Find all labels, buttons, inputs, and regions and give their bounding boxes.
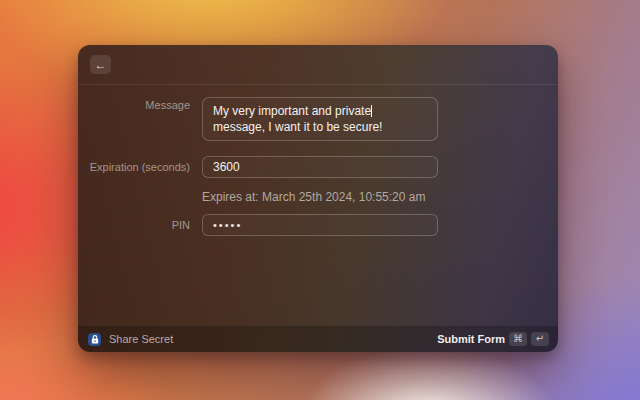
expires-at-row: Expires at: March 25th 2024, 10:55:20 am xyxy=(78,190,558,204)
message-text-after-caret: message, I want it to be secure! xyxy=(213,120,382,134)
message-row: Message My very important and private me… xyxy=(78,97,558,141)
lock-glyph xyxy=(91,335,99,344)
submit-form-label: Submit Form xyxy=(437,333,505,345)
expiration-label: Expiration (seconds) xyxy=(78,156,190,178)
message-label: Message xyxy=(78,97,190,113)
expires-at-text: Expires at: March 25th 2024, 10:55:20 am xyxy=(202,190,438,204)
text-caret xyxy=(371,105,372,117)
return-key-icon: ↵ xyxy=(531,332,549,346)
form-body: Message My very important and private me… xyxy=(78,85,558,236)
submit-form-button[interactable]: Submit Form ⌘ ↵ xyxy=(437,332,549,346)
command-key-icon: ⌘ xyxy=(509,332,527,346)
lock-icon xyxy=(88,333,101,346)
action-bar: Share Secret Submit Form ⌘ ↵ xyxy=(78,325,558,352)
app-title: Share Secret xyxy=(109,333,173,345)
expiration-row: Expiration (seconds) 3600 xyxy=(78,156,558,178)
app-identity: Share Secret xyxy=(88,333,173,346)
back-arrow-icon: ← xyxy=(95,59,107,71)
window-header: ← xyxy=(78,45,558,85)
pin-label: PIN xyxy=(78,214,190,236)
message-text-before-caret: My very important and private xyxy=(213,104,371,118)
message-textarea[interactable]: My very important and private message, I… xyxy=(202,97,438,141)
share-secret-window: ← Message My very important and private … xyxy=(78,45,558,352)
pin-row: PIN ••••• xyxy=(78,214,558,236)
expiration-input[interactable]: 3600 xyxy=(202,156,438,178)
back-button[interactable]: ← xyxy=(90,55,111,74)
pin-input[interactable]: ••••• xyxy=(202,214,438,236)
